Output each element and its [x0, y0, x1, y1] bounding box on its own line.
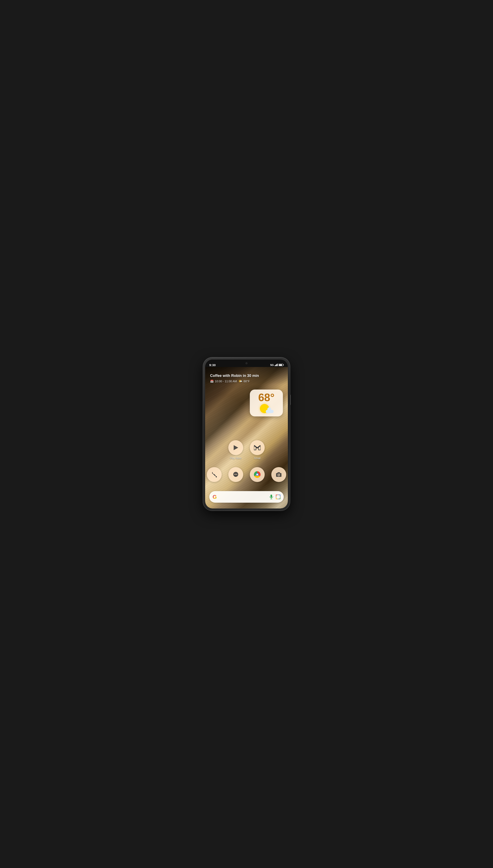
status-icons: 5G [270, 363, 284, 366]
status-time: 9:30 [209, 363, 216, 367]
messages-icon-bg [228, 467, 243, 482]
notification-card[interactable]: Coffee with Robin in 30 min 📅 10:00 - 11… [210, 374, 259, 383]
mic-icon[interactable] [269, 494, 273, 500]
cloud-icon [266, 408, 274, 413]
svg-point-8 [279, 474, 280, 474]
google-lens-icon [276, 494, 280, 499]
messages-icon [233, 471, 239, 478]
app-row-1: Play Store Gmail [205, 440, 288, 460]
messages-wrapper[interactable] [228, 467, 243, 482]
camera-wrapper[interactable] [271, 467, 286, 482]
signal-bar-1 [275, 365, 275, 366]
weather-widget[interactable]: 68° [250, 389, 283, 417]
chrome-icon-bg [250, 467, 265, 482]
play-store-icon [232, 444, 239, 451]
gmail-icon-bg [250, 440, 265, 455]
microphone-icon [269, 494, 273, 500]
gmail-wrapper[interactable]: Gmail [250, 440, 265, 460]
calendar-icon: 📅 [210, 380, 214, 383]
weather-temperature: 68° [258, 392, 275, 403]
battery-icon [279, 364, 284, 366]
chrome-inner-circle [256, 473, 259, 476]
google-g-logo: G [213, 494, 217, 500]
svg-point-5 [236, 474, 237, 475]
battery-fill [279, 364, 282, 366]
gmail-label: Gmail [254, 457, 260, 460]
event-time: 10:00 - 11:00 AM [215, 380, 237, 383]
camera-icon [276, 472, 282, 477]
svg-rect-9 [271, 494, 272, 497]
phone-device: 9:30 5G [203, 357, 290, 511]
temperature-inline: 68°F [243, 380, 250, 383]
play-store-icon-bg [228, 440, 243, 455]
signal-bar-3 [276, 364, 277, 366]
side-volume-button [290, 395, 291, 405]
home-screen: 9:30 5G [205, 360, 288, 508]
battery-tip [283, 364, 284, 365]
signal-icon [275, 364, 278, 366]
weather-icon-container [259, 404, 274, 414]
chrome-icon [254, 471, 261, 478]
signal-bar-2 [276, 365, 276, 366]
weather-partly-cloudy-small-icon: 🌤️ [238, 379, 242, 383]
play-store-wrapper[interactable]: Play Store [228, 440, 243, 460]
signal-bar-4 [277, 364, 278, 366]
phone-screen: 9:30 5G [205, 360, 288, 508]
app-row-2 [205, 467, 288, 482]
chrome-wrapper[interactable] [250, 467, 265, 482]
notification-title: Coffee with Robin in 30 min [210, 374, 259, 378]
network-type: 5G [270, 363, 274, 366]
phone-app-icon-bg [207, 467, 222, 482]
svg-point-3 [234, 474, 235, 475]
svg-point-7 [278, 474, 280, 476]
status-bar: 9:30 5G [205, 360, 288, 370]
play-store-label: Play Store [230, 457, 241, 460]
svg-rect-12 [276, 495, 280, 499]
phone-app-icon [211, 472, 217, 478]
google-search-bar[interactable]: G [209, 491, 284, 503]
camera-icon-bg [271, 467, 286, 482]
svg-marker-0 [234, 445, 238, 450]
notification-detail: 📅 10:00 - 11:00 AM 🌤️ 68°F [210, 379, 259, 383]
battery-body [279, 364, 283, 366]
gmail-icon [254, 445, 261, 450]
lens-icon[interactable] [276, 494, 280, 499]
svg-point-4 [235, 474, 236, 475]
phone-app-wrapper[interactable] [207, 467, 222, 482]
